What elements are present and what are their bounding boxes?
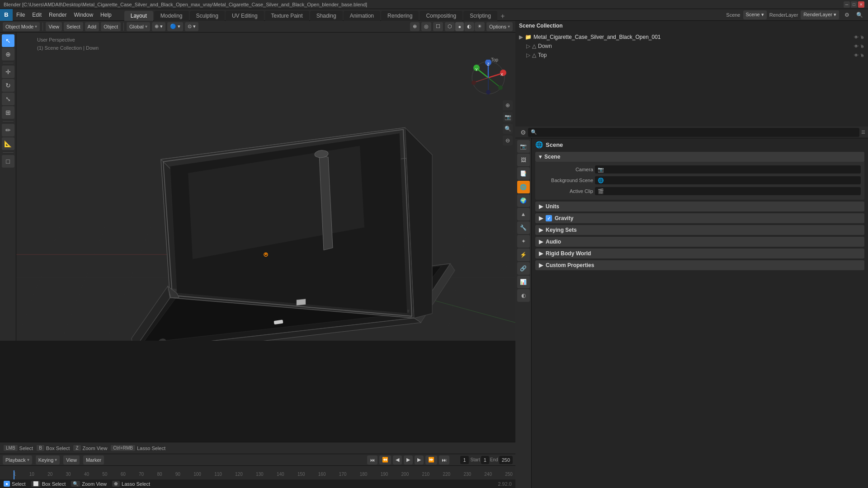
ruler-mark-90: 90 [175, 472, 180, 477]
custom-props-header[interactable]: ▶ Custom Properties [535, 260, 864, 270]
tab-uv-editing[interactable]: UV Editing [226, 11, 264, 21]
tab-animation[interactable]: Animation [344, 11, 380, 21]
menu-render[interactable]: Render [45, 9, 70, 21]
annotate-tool[interactable]: ✏ [2, 124, 14, 136]
3d-viewport[interactable]: User Perspective (1) Scene Collection | … [16, 33, 515, 341]
timeline-ruler[interactable]: 1 10 20 30 40 50 60 70 80 90 100 110 120… [0, 466, 515, 479]
proportional-edit[interactable]: ⊙ ▾ [185, 22, 198, 31]
next-frame-button[interactable]: ⏩ [425, 455, 437, 465]
active-clip-value[interactable]: 🎬 [595, 187, 861, 195]
outliner-item-down[interactable]: ▷ △ Down 👁 🖱 [515, 42, 868, 51]
object-mode-selector[interactable]: Object Mode ▾ [3, 22, 40, 31]
props-search[interactable]: 🔍 [528, 128, 859, 137]
snap-toggle[interactable]: 🔵 ▾ [167, 22, 183, 31]
scene-selector[interactable]: Scene ▾ [743, 10, 767, 19]
zoom-in[interactable]: 🔍 [503, 124, 513, 134]
keying-button[interactable]: Keying ▾ [36, 455, 60, 465]
units-section-header[interactable]: ▶ Units [535, 202, 864, 211]
props-tab-data[interactable]: 📊 [517, 276, 530, 288]
props-tab-scene[interactable]: 🌐 [517, 181, 530, 193]
marker-button[interactable]: Marker [83, 455, 104, 465]
object-menu[interactable]: Object [101, 22, 121, 31]
scene-section-header[interactable]: ▾ Scene [535, 152, 864, 162]
move-tool[interactable]: ✛ [2, 66, 14, 78]
props-tab-render[interactable]: 📷 [517, 140, 530, 153]
minimize-button[interactable]: ─ [844, 1, 850, 8]
tab-modeling[interactable]: Modeling [154, 11, 189, 21]
props-tab-world[interactable]: 🌍 [517, 194, 530, 207]
props-tab-particles[interactable]: ✦ [517, 235, 530, 248]
add-workspace-button[interactable]: + [498, 12, 507, 21]
add-cube-tool[interactable]: □ [2, 155, 14, 168]
close-button[interactable]: ✕ [858, 1, 864, 8]
camera-value[interactable]: 📷 [595, 165, 861, 174]
props-filter[interactable]: ☰ [861, 130, 865, 135]
cursor-tool[interactable]: ⊕ [2, 48, 14, 61]
overlay-toggle[interactable]: ◎ [421, 22, 431, 31]
rendered-shading[interactable]: ☀ [475, 22, 485, 31]
header-icon-2[interactable]: 🔍 [854, 10, 864, 20]
props-tab-object[interactable]: ▲ [517, 208, 530, 221]
prev-frame-button[interactable]: ⏪ [379, 455, 391, 465]
maximize-button[interactable]: □ [851, 1, 857, 8]
rigid-body-header[interactable]: ▶ Rigid Body World [535, 249, 864, 258]
select-tool[interactable]: ↖ [2, 34, 14, 47]
props-editor-icon[interactable]: ⚙ [518, 127, 528, 137]
props-tab-material[interactable]: ◐ [517, 289, 530, 302]
tab-scripting[interactable]: Scripting [463, 11, 497, 21]
zoom-to-fit[interactable]: ⊕ [503, 100, 513, 110]
jump-start-button[interactable]: ⏮ [367, 455, 377, 465]
gravity-checkbox[interactable]: ✓ [546, 215, 552, 221]
zoom-out[interactable]: ⊖ [503, 136, 513, 145]
tab-rendering[interactable]: Rendering [381, 11, 419, 21]
props-tab-view-layer[interactable]: 📑 [517, 167, 530, 180]
add-menu[interactable]: Add [85, 22, 99, 31]
transform-tool[interactable]: ⊞ [2, 106, 14, 119]
header-icon-1[interactable]: ⚙ [842, 10, 852, 20]
keying-sets-header[interactable]: ▶ Keying Sets [535, 225, 864, 235]
props-tab-modifiers[interactable]: 🔧 [517, 221, 530, 234]
menu-edit[interactable]: Edit [28, 9, 45, 21]
navigation-gizmo[interactable]: X Y Z [470, 60, 506, 96]
audio-section-header[interactable]: ▶ Audio [535, 237, 864, 247]
view-menu[interactable]: View [46, 22, 62, 31]
props-tab-output[interactable]: 🖼 [517, 154, 530, 166]
renderlayer-selector[interactable]: RenderLayer ▾ [801, 10, 839, 19]
wireframe-shading[interactable]: ⬡ [445, 22, 455, 31]
xray-toggle[interactable]: ☐ [433, 22, 443, 31]
play-button[interactable]: ▶ [404, 455, 413, 465]
next-keyframe-button[interactable]: ▶ [415, 455, 424, 465]
options-button[interactable]: Options ▾ [486, 22, 513, 31]
tab-texture-paint[interactable]: Texture Paint [265, 11, 309, 21]
menu-window[interactable]: Window [70, 9, 97, 21]
transform-selector[interactable]: Global ▾ [127, 22, 150, 31]
scale-tool[interactable]: ⤡ [2, 93, 14, 105]
select-menu[interactable]: Select [64, 22, 83, 31]
menu-file[interactable]: File [13, 9, 28, 21]
tab-shading[interactable]: Shading [310, 11, 343, 21]
menu-help[interactable]: Help [97, 9, 115, 21]
solid-shading[interactable]: ● [455, 22, 464, 31]
outliner-item-top[interactable]: ▷ △ Top 👁 🖱 [515, 51, 868, 60]
gizmo-toggle[interactable]: ⊕ [410, 22, 420, 31]
gravity-section-header[interactable]: ▶ ✓ Gravity [535, 213, 864, 223]
props-tab-constraints[interactable]: 🔗 [517, 262, 530, 275]
zoom-camera[interactable]: 📷 [503, 112, 513, 122]
bg-scene-value[interactable]: 🌐 [595, 176, 861, 184]
end-frame-input[interactable]: 250 [499, 456, 513, 464]
material-shading[interactable]: ◐ [464, 22, 474, 31]
props-tab-physics[interactable]: ⚡ [517, 249, 530, 261]
current-frame-input[interactable]: 1 [460, 456, 468, 464]
tab-sculpting[interactable]: Sculpting [190, 11, 225, 21]
measure-tool[interactable]: 📐 [2, 137, 14, 150]
start-frame-input[interactable]: 1 [481, 456, 489, 464]
tab-layout[interactable]: Layout [124, 11, 153, 21]
prev-keyframe-button[interactable]: ◀ [393, 455, 402, 465]
view-button[interactable]: View [63, 455, 80, 465]
pivot-selector[interactable]: ⊕ ▾ [152, 22, 165, 31]
tab-compositing[interactable]: Compositing [420, 11, 462, 21]
outliner-item-0[interactable]: ▶ 📁 Metal_Cigarette_Case_Silver_and_Blac… [515, 33, 868, 42]
rotate-tool[interactable]: ↻ [2, 79, 14, 92]
playback-button[interactable]: Playback ▾ [3, 455, 32, 465]
jump-end-button[interactable]: ⏭ [439, 455, 449, 465]
